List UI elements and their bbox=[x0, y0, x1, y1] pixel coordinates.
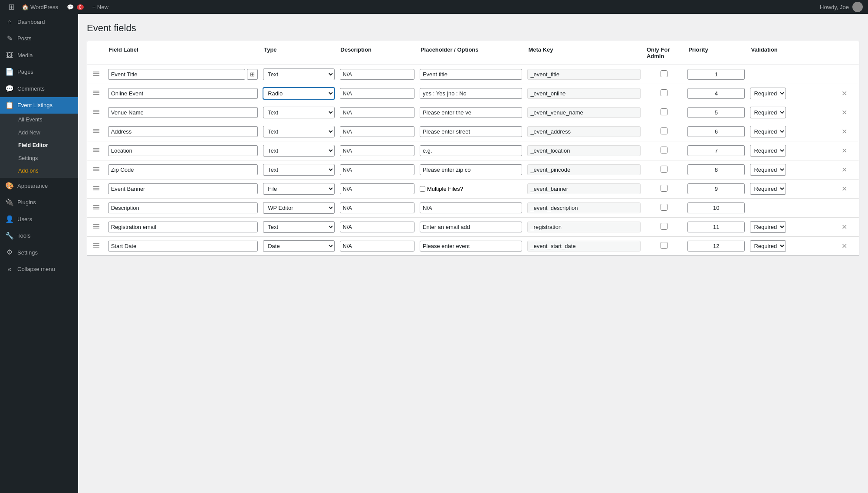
validation-select[interactable]: — Required Email Number URL bbox=[750, 145, 786, 157]
drag-handle[interactable] bbox=[87, 84, 105, 103]
sidebar-item-collapse[interactable]: « Collapse menu bbox=[0, 261, 78, 278]
sidebar-item-field-editor[interactable]: Field Editor bbox=[14, 139, 78, 152]
delete-button[interactable]: ✕ bbox=[841, 146, 848, 156]
field-label-input[interactable] bbox=[108, 69, 246, 80]
sidebar-item-appearance[interactable]: 🎨 Appearance bbox=[0, 178, 78, 194]
validation-select[interactable]: — Required Email Number URL bbox=[750, 221, 786, 233]
description-input[interactable] bbox=[340, 69, 414, 80]
sidebar-item-plugins[interactable]: 🔌 Plugins bbox=[0, 194, 78, 211]
description-input[interactable] bbox=[340, 222, 414, 232]
field-icon-button[interactable]: ⊞ bbox=[247, 69, 258, 80]
field-label-input[interactable] bbox=[108, 126, 258, 137]
description-input[interactable] bbox=[340, 164, 414, 175]
meta-key-input[interactable] bbox=[527, 88, 641, 99]
sidebar-item-media[interactable]: 🖼 Media bbox=[0, 47, 78, 64]
priority-input[interactable] bbox=[687, 241, 745, 251]
drag-handle[interactable] bbox=[87, 237, 105, 256]
sidebar-item-pages[interactable]: 📄 Pages bbox=[0, 64, 78, 80]
type-select[interactable]: Text Radio File WP Editor Date Checkbox … bbox=[263, 88, 334, 99]
type-select[interactable]: Text Radio File WP Editor Date Checkbox … bbox=[263, 240, 334, 252]
delete-button[interactable]: ✕ bbox=[841, 127, 848, 137]
admin-only-checkbox[interactable] bbox=[661, 108, 667, 115]
sidebar-item-dashboard[interactable]: ⌂ Dashboard bbox=[0, 14, 78, 30]
admin-only-checkbox[interactable] bbox=[661, 89, 667, 96]
priority-input[interactable] bbox=[687, 126, 745, 137]
field-label-input[interactable] bbox=[108, 107, 258, 118]
sidebar-item-users[interactable]: 👤 Users bbox=[0, 211, 78, 228]
description-input[interactable] bbox=[340, 145, 414, 156]
admin-only-checkbox[interactable] bbox=[661, 223, 667, 230]
type-select[interactable]: Text Radio File WP Editor Date Checkbox … bbox=[263, 183, 334, 195]
field-label-input[interactable] bbox=[108, 88, 258, 99]
placeholder-input[interactable] bbox=[420, 145, 523, 156]
type-select[interactable]: Text Radio File WP Editor Date Checkbox … bbox=[263, 69, 334, 80]
drag-handle[interactable] bbox=[87, 160, 105, 180]
validation-select[interactable]: — Required Email Number URL bbox=[750, 164, 786, 176]
validation-select[interactable]: — Required Email Number URL bbox=[750, 126, 786, 137]
placeholder-input[interactable] bbox=[420, 241, 523, 251]
adminbar-new[interactable]: + New bbox=[88, 0, 113, 14]
placeholder-input[interactable] bbox=[420, 88, 523, 99]
drag-handle[interactable] bbox=[87, 199, 105, 218]
multiple-files-checkbox[interactable] bbox=[420, 186, 425, 192]
sidebar-item-event-listings[interactable]: 📋 Event Listings bbox=[0, 97, 78, 114]
delete-button[interactable]: ✕ bbox=[841, 184, 848, 194]
drag-handle[interactable] bbox=[87, 122, 105, 141]
admin-only-checkbox[interactable] bbox=[661, 127, 667, 134]
field-label-input[interactable] bbox=[108, 164, 258, 175]
description-input[interactable] bbox=[340, 126, 414, 137]
priority-input[interactable] bbox=[687, 222, 745, 232]
type-select[interactable]: Text Radio File WP Editor Date Checkbox … bbox=[263, 145, 334, 157]
description-input[interactable] bbox=[340, 88, 414, 99]
validation-select[interactable]: — Required Email Number URL bbox=[750, 107, 786, 118]
field-label-input[interactable] bbox=[108, 222, 258, 232]
field-label-input[interactable] bbox=[108, 183, 258, 194]
description-input[interactable] bbox=[340, 202, 414, 213]
meta-key-input[interactable] bbox=[527, 145, 641, 156]
meta-key-input[interactable] bbox=[527, 241, 641, 251]
admin-only-checkbox[interactable] bbox=[661, 185, 667, 192]
description-input[interactable] bbox=[340, 183, 414, 194]
description-input[interactable] bbox=[340, 241, 414, 251]
sidebar-item-add-new[interactable]: Add New bbox=[14, 127, 78, 140]
meta-key-input[interactable] bbox=[527, 222, 641, 232]
admin-only-checkbox[interactable] bbox=[661, 242, 667, 249]
placeholder-input[interactable] bbox=[420, 126, 523, 137]
placeholder-input[interactable] bbox=[420, 202, 523, 213]
placeholder-input[interactable] bbox=[420, 69, 523, 80]
sidebar-item-settings[interactable]: ⚙ Settings bbox=[0, 244, 78, 261]
priority-input[interactable] bbox=[687, 69, 745, 80]
meta-key-input[interactable] bbox=[527, 183, 641, 194]
sidebar-item-tools[interactable]: 🔧 Tools bbox=[0, 228, 78, 244]
placeholder-input[interactable] bbox=[420, 107, 523, 118]
drag-handle[interactable] bbox=[87, 65, 105, 84]
admin-only-checkbox[interactable] bbox=[661, 166, 667, 173]
admin-only-checkbox[interactable] bbox=[661, 147, 667, 153]
drag-handle[interactable] bbox=[87, 218, 105, 237]
delete-button[interactable]: ✕ bbox=[841, 241, 848, 251]
placeholder-input[interactable] bbox=[420, 222, 523, 232]
validation-select[interactable]: — Required Email Number URL bbox=[750, 88, 786, 99]
priority-input[interactable] bbox=[687, 88, 745, 99]
sidebar-item-add-ons[interactable]: Add-ons bbox=[14, 165, 78, 178]
drag-handle[interactable] bbox=[87, 141, 105, 160]
type-select[interactable]: Text Radio File WP Editor Date Checkbox … bbox=[263, 126, 334, 137]
priority-input[interactable] bbox=[687, 164, 745, 175]
wp-logo[interactable]: ⊞ bbox=[5, 0, 17, 14]
delete-button[interactable]: ✕ bbox=[841, 165, 848, 175]
priority-input[interactable] bbox=[687, 202, 745, 213]
validation-select[interactable]: — Required Email Number URL bbox=[750, 183, 786, 195]
delete-button[interactable]: ✕ bbox=[841, 88, 848, 98]
description-input[interactable] bbox=[340, 107, 414, 118]
meta-key-input[interactable] bbox=[527, 202, 641, 213]
placeholder-input[interactable] bbox=[420, 164, 523, 175]
priority-input[interactable] bbox=[687, 107, 745, 118]
drag-handle[interactable] bbox=[87, 180, 105, 199]
drag-handle[interactable] bbox=[87, 103, 105, 122]
admin-only-checkbox[interactable] bbox=[661, 204, 667, 211]
sidebar-item-comments[interactable]: 💬 Comments bbox=[0, 81, 78, 97]
field-label-input[interactable] bbox=[108, 145, 258, 156]
type-select[interactable]: Text Radio File WP Editor Date Checkbox … bbox=[263, 164, 334, 176]
field-label-input[interactable] bbox=[108, 241, 258, 251]
meta-key-input[interactable] bbox=[527, 107, 641, 118]
